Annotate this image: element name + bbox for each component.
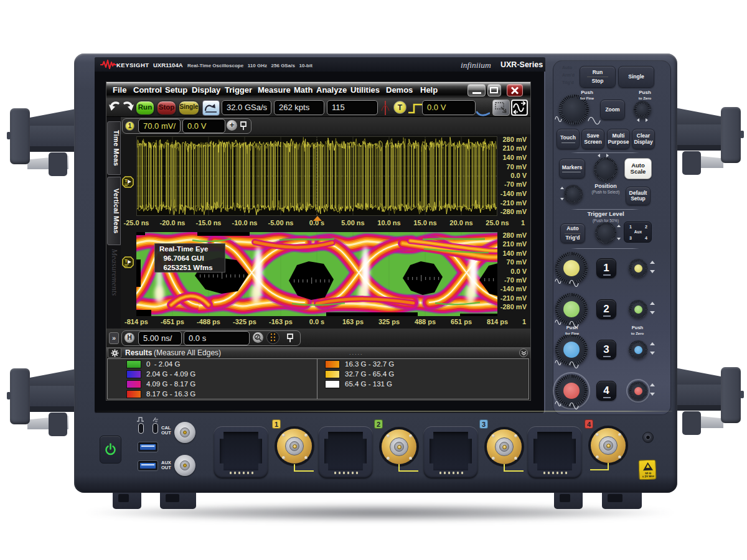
svg-text:T: T [125,178,128,184]
svg-text:T: T [125,258,128,264]
